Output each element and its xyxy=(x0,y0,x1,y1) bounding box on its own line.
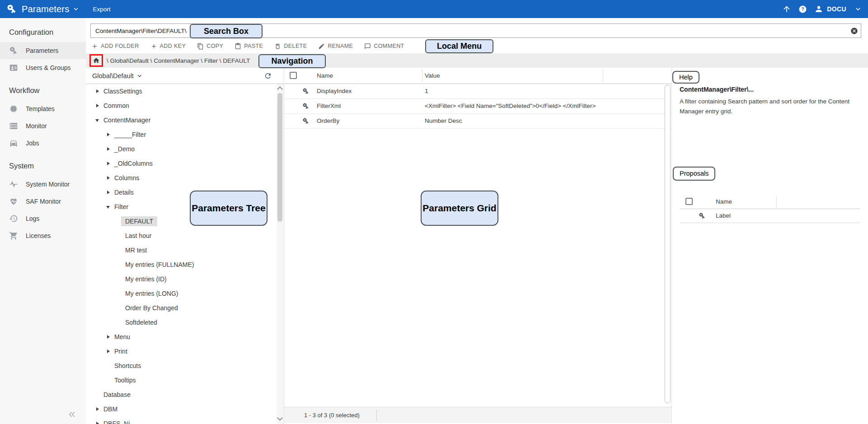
tree-root-selector[interactable]: Global\Default xyxy=(86,68,284,84)
clear-search-icon[interactable] xyxy=(850,27,858,35)
tree-item-demo[interactable]: _Demo xyxy=(86,142,277,156)
expand-arrow-icon[interactable] xyxy=(106,161,111,166)
tree-item-label: DBM xyxy=(103,405,117,413)
local-menu-toolbar: ADD FOLDER ADD KEY COPY PASTE DELETE REN… xyxy=(91,40,404,52)
expand-arrow-icon[interactable] xyxy=(95,406,100,412)
tree-item-dbfs-ni[interactable]: DBFS_Ni xyxy=(86,416,277,424)
upload-arrow-icon[interactable] xyxy=(782,5,791,14)
scroll-down-icon[interactable] xyxy=(277,415,283,421)
expand-arrow-icon[interactable] xyxy=(106,204,111,210)
proposals-select-all-checkbox[interactable] xyxy=(685,198,693,205)
grid-row-displayindex[interactable]: DisplayIndex 1 xyxy=(284,84,671,99)
chevron-down-icon[interactable] xyxy=(854,5,863,14)
sidebar-item-users-groups[interactable]: Users & Groups xyxy=(0,59,86,76)
tree-item-my-entries-fullname[interactable]: My entries (FULLNAME) xyxy=(86,257,277,272)
expand-arrow-icon[interactable] xyxy=(95,103,100,108)
tree-item-my-entries-id[interactable]: My entries (ID) xyxy=(86,272,277,286)
tree-item-my-entries-long[interactable]: My entries (LONG) xyxy=(86,286,277,301)
tree-item-tooltips[interactable]: Tooltips xyxy=(86,373,277,387)
tree-item-filter[interactable]: _____Filter xyxy=(86,127,277,142)
expand-arrow-icon[interactable] xyxy=(106,334,111,340)
sidebar-collapse-button[interactable]: « xyxy=(69,408,75,419)
scrollbar-thumb[interactable] xyxy=(277,93,282,222)
sidebar-item-parameters[interactable]: Parameters xyxy=(0,42,86,59)
tree-item-label: _OldColumns xyxy=(114,160,153,167)
sidebar-item-jobs[interactable]: Jobs xyxy=(0,135,86,152)
tree-item-columns[interactable]: Columns xyxy=(86,171,277,185)
tree-item-softdeleted[interactable]: Softdeleted xyxy=(86,315,277,330)
scroll-up-icon[interactable] xyxy=(277,86,283,92)
tree-scrollbar[interactable] xyxy=(277,84,284,424)
tree-item-oldcolumns[interactable]: _OldColumns xyxy=(86,156,277,171)
column-divider xyxy=(422,70,422,82)
tree-item-dbm[interactable]: DBM xyxy=(86,402,277,416)
toolbar-add-key-button[interactable]: ADD KEY xyxy=(150,43,186,50)
expand-arrow-icon[interactable] xyxy=(106,175,111,181)
toolbar-copy-button[interactable]: COPY xyxy=(197,43,223,50)
column-header-value[interactable]: Value xyxy=(425,72,440,79)
toolbar-rename-button[interactable]: RENAME xyxy=(318,43,353,50)
tree-item-menu[interactable]: Menu xyxy=(86,330,277,344)
expand-arrow-icon[interactable] xyxy=(95,89,100,94)
tree-item-print[interactable]: Print xyxy=(86,344,277,359)
tree-item-order-by-changed[interactable]: Order By Changed xyxy=(86,301,277,315)
expand-arrow-icon[interactable] xyxy=(106,349,111,354)
toolbar-delete-button[interactable]: DELETE xyxy=(274,43,307,50)
svg-text:?: ? xyxy=(801,6,804,12)
proposal-row-label[interactable]: Label xyxy=(680,209,860,223)
sidebar-item-logs[interactable]: Logs xyxy=(0,210,86,227)
app-title[interactable]: Parameters xyxy=(22,4,69,14)
expand-arrow-icon[interactable] xyxy=(106,146,111,152)
sidebar-heading-workflow: Workflow xyxy=(0,76,86,100)
tree-item-contentmanager[interactable]: ContentManager xyxy=(86,113,277,127)
menu-export[interactable]: Export xyxy=(93,6,110,13)
car-icon xyxy=(9,139,18,148)
refresh-icon[interactable] xyxy=(264,72,272,80)
tree-item-shortcuts[interactable]: Shortcuts xyxy=(86,359,277,373)
grid-row-filterxml[interactable]: FilterXml <XmlFilter> <Field Name="SoftD… xyxy=(284,99,671,114)
history-icon xyxy=(9,214,18,223)
tree-item-label: Common xyxy=(103,102,129,109)
help-icon[interactable]: ? xyxy=(798,5,807,14)
grid-row-orderby[interactable]: OrderBy Number Desc xyxy=(284,114,671,129)
proposals-column-name[interactable]: Name xyxy=(716,198,732,205)
home-icon[interactable] xyxy=(93,57,100,64)
sidebar-item-licenses[interactable]: Licenses xyxy=(0,227,86,244)
tree-item-database[interactable]: Database xyxy=(86,387,277,402)
sidebar-item-label: Licenses xyxy=(26,232,51,239)
chevron-down-icon[interactable] xyxy=(72,5,80,13)
tree-item-mr-test[interactable]: MR test xyxy=(86,243,277,257)
tree-item-label: Tooltips xyxy=(114,377,136,384)
grid-scrollbar-thumb[interactable] xyxy=(665,85,671,403)
expand-arrow-icon[interactable] xyxy=(95,421,100,424)
column-header-name[interactable]: Name xyxy=(317,72,333,79)
expand-arrow-icon[interactable] xyxy=(95,117,100,123)
toolbar-button-label: ADD KEY xyxy=(160,43,186,49)
select-all-checkbox[interactable] xyxy=(290,72,297,79)
chevron-down-icon xyxy=(136,72,143,79)
expand-arrow-icon[interactable] xyxy=(106,190,111,195)
help-description: A filter containing Search pattern and s… xyxy=(680,97,852,116)
user-avatar-icon[interactable] xyxy=(814,5,823,14)
cell-value: Number Desc xyxy=(425,117,462,124)
tree-item-classsettings[interactable]: ClassSettings xyxy=(86,84,277,98)
sidebar-item-monitor[interactable]: Monitor xyxy=(0,117,86,135)
breadcrumb-path[interactable]: \ Global\Default \ ContentManager \ Filt… xyxy=(107,57,250,64)
sidebar-item-templates[interactable]: Templates xyxy=(0,100,86,117)
toolbar-comment-button[interactable]: COMMENT xyxy=(364,43,404,50)
breadcrumb: \ Global\Default \ ContentManager \ Filt… xyxy=(86,53,868,68)
column-divider xyxy=(603,70,603,82)
sidebar-item-system-monitor[interactable]: System Monitor xyxy=(0,176,86,193)
user-name[interactable]: DOCU xyxy=(827,5,846,13)
annotation-parameters-tree: Parameters Tree xyxy=(190,191,267,226)
toolbar-paste-button[interactable]: PASTE xyxy=(235,43,263,50)
key-icon xyxy=(6,4,17,14)
tree-item-common[interactable]: Common xyxy=(86,98,277,113)
pencil-icon xyxy=(318,43,325,50)
sidebar-item-saf-monitor[interactable]: SAF Monitor xyxy=(0,193,86,210)
parameters-grid-panel: Name Value DisplayIndex 1 FilterXml <Xml… xyxy=(284,68,671,424)
tree-item-last-hour[interactable]: Last hour xyxy=(86,228,277,243)
toolbar-add-folder-button[interactable]: ADD FOLDER xyxy=(91,43,139,50)
help-panel: ContentManager\Filter\... A filter conta… xyxy=(671,68,868,424)
expand-arrow-icon[interactable] xyxy=(106,132,111,137)
